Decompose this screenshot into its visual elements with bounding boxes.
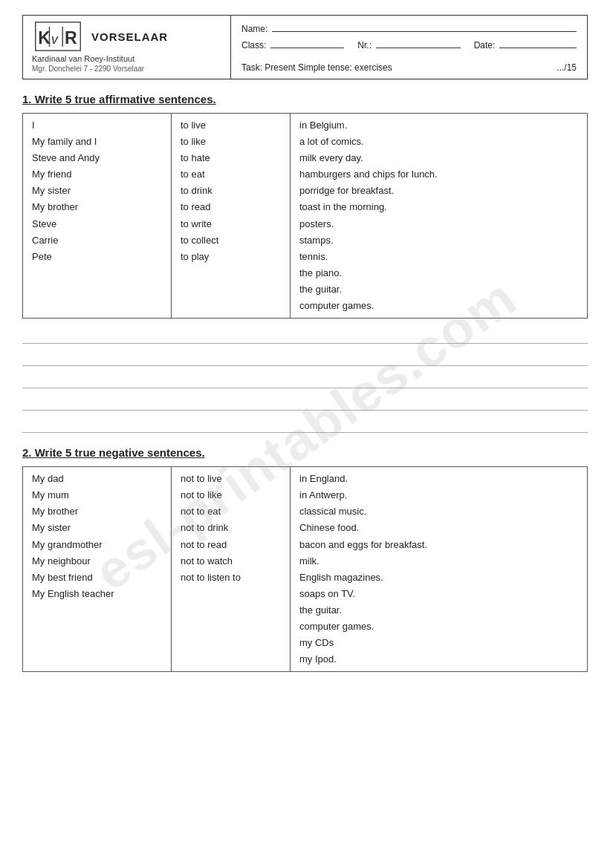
list-item: My dad	[32, 471, 162, 487]
list-item: tennis.	[299, 249, 578, 265]
table-row: My dad My mum My brother My sister My gr…	[23, 467, 588, 672]
header: K v R VORSELAAR Kardinaal van Roey-Insti…	[22, 15, 588, 79]
list-item: Chinese food.	[299, 520, 578, 536]
section1-number: 1.	[22, 93, 32, 105]
list-item: to play	[181, 249, 281, 265]
list-item: porridge for breakfast.	[299, 183, 578, 199]
list-item: My grandmother	[32, 537, 162, 553]
list-item: my CDs	[299, 635, 578, 651]
section1-table: I My family and I Steve and Andy My frie…	[22, 113, 588, 319]
section1-col3: in Belgium. a lot of comics. milk every …	[291, 114, 588, 319]
list-item: in Antwerp.	[299, 487, 578, 503]
list-item: the guitar.	[299, 281, 578, 298]
list-item: to live	[181, 117, 281, 134]
writing-line[interactable]	[22, 371, 588, 388]
list-item: My brother	[32, 199, 162, 215]
list-item: hamburgers and chips for lunch.	[299, 166, 578, 183]
class-field-group: Class:	[241, 38, 344, 50]
list-item: Carrie	[32, 232, 162, 249]
list-item: My best friend	[32, 570, 162, 586]
list-item: Pete	[32, 249, 162, 265]
date-field-group: Date:	[474, 38, 577, 50]
writing-line[interactable]	[22, 415, 588, 433]
list-item: to collect	[181, 232, 281, 249]
list-item: to drink	[181, 183, 281, 199]
list-item: milk.	[299, 553, 578, 570]
writing-line[interactable]	[22, 326, 588, 344]
list-item: not to eat	[181, 503, 281, 520]
list-item: soaps on TV.	[299, 586, 578, 602]
section2-title-text: Write 5 true negative sentences.	[35, 446, 205, 459]
section1-col1: I My family and I Steve and Andy My frie…	[23, 114, 172, 319]
name-row: Name:	[241, 22, 577, 34]
list-item: computer games.	[299, 619, 578, 635]
list-item: to hate	[181, 150, 281, 166]
list-item: stamps.	[299, 232, 578, 249]
header-right: Name: Class: Nr.: Date: Task: Present	[231, 16, 587, 79]
table-row: I My family and I Steve and Andy My frie…	[23, 114, 588, 319]
section2-col1: My dad My mum My brother My sister My gr…	[23, 467, 172, 672]
class-row: Class: Nr.: Date:	[241, 38, 577, 50]
list-item: to like	[181, 134, 281, 150]
list-item: a lot of comics.	[299, 134, 578, 150]
list-item: Steve	[32, 216, 162, 232]
section1-col2: to live to like to hate to eat to drink …	[172, 114, 291, 319]
school-address: Mgr. Donchelei 7 - 2290 Vorselaar	[32, 65, 221, 73]
list-item: to read	[181, 199, 281, 215]
list-item: My family and I	[32, 134, 162, 150]
list-item: in Belgium.	[299, 117, 578, 134]
list-item: classical music.	[299, 503, 578, 520]
section1-title: 1. Write 5 true affirmative sentences.	[22, 93, 588, 105]
list-item: to write	[181, 216, 281, 232]
section2-title: 2. Write 5 true negative sentences.	[22, 446, 588, 459]
list-item: not to listen to	[181, 570, 281, 586]
list-item: My friend	[32, 166, 162, 183]
nr-field[interactable]	[376, 38, 461, 48]
school-logo: K v R	[32, 22, 84, 51]
section1-writing-lines	[22, 326, 588, 433]
list-item: English magazines.	[299, 570, 578, 586]
date-field[interactable]	[499, 38, 577, 48]
school-name: VORSELAAR	[91, 30, 168, 43]
list-item: the piano.	[299, 265, 578, 281]
list-item: in England.	[299, 471, 578, 487]
list-item: not to read	[181, 537, 281, 553]
task-label: Task: Present Simple tense: exercises	[241, 62, 392, 73]
section1-title-text: Write 5 true affirmative sentences.	[35, 93, 216, 105]
list-item: My sister	[32, 520, 162, 536]
nr-label: Nr.:	[357, 40, 371, 50]
writing-line[interactable]	[22, 348, 588, 366]
list-item: My neighbour	[32, 553, 162, 570]
nr-field-group: Nr.:	[357, 38, 460, 50]
list-item: bacon and eggs for breakfast.	[299, 537, 578, 553]
school-subtitle: Kardinaal van Roey-Instituut	[32, 54, 221, 63]
section2-number: 2.	[22, 446, 32, 459]
date-label: Date:	[474, 40, 496, 50]
writing-line[interactable]	[22, 393, 588, 411]
list-item: not to like	[181, 487, 281, 503]
list-item: My mum	[32, 487, 162, 503]
list-item: toast in the morning.	[299, 199, 578, 215]
header-left: K v R VORSELAAR Kardinaal van Roey-Insti…	[23, 16, 231, 79]
list-item: not to watch	[181, 553, 281, 570]
task-row: Task: Present Simple tense: exercises ..…	[241, 62, 577, 73]
svg-text:v: v	[51, 32, 59, 47]
logo-area: K v R VORSELAAR	[32, 22, 221, 51]
list-item: not to drink	[181, 520, 281, 536]
score-label: .../15	[557, 62, 577, 73]
list-item: My sister	[32, 183, 162, 199]
name-label: Name:	[241, 24, 267, 34]
list-item: computer games.	[299, 298, 578, 314]
list-item: to eat	[181, 166, 281, 183]
list-item: posters.	[299, 216, 578, 232]
section2-col3: in England. in Antwerp. classical music.…	[291, 467, 588, 672]
list-item: I	[32, 117, 162, 134]
class-label: Class:	[241, 40, 266, 50]
list-item: the guitar.	[299, 602, 578, 619]
header-fields: Name: Class: Nr.: Date:	[241, 22, 577, 50]
name-field[interactable]	[272, 22, 577, 32]
svg-text:R: R	[65, 28, 77, 48]
section2-col2: not to live not to like not to eat not t…	[172, 467, 291, 672]
class-field[interactable]	[270, 38, 344, 48]
list-item: My English teacher	[32, 586, 162, 602]
